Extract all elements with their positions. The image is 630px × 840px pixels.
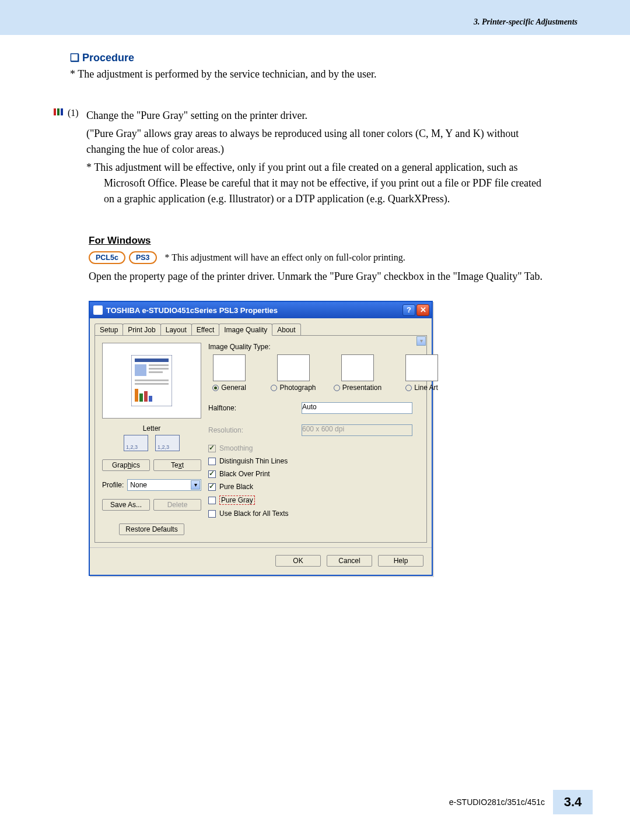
puregray-checkbox-row[interactable]: Pure Gray: [208, 495, 443, 505]
procedure-note: * The adjustment is performed by the ser…: [70, 66, 578, 82]
page-preview: [102, 343, 201, 419]
pureblack-checkbox[interactable]: [208, 483, 216, 491]
step1-line3a: * This adjustment will be effective, onl…: [86, 160, 578, 175]
step1-line3c: on a graphic application (e.g. Illustrat…: [104, 191, 578, 207]
halftone-value: Auto: [302, 403, 317, 411]
svg-rect-6: [149, 364, 169, 366]
puregray-checkbox[interactable]: [208, 497, 216, 504]
iqt-general-thumb: [213, 354, 246, 381]
iqt-general[interactable]: General: [208, 354, 250, 392]
footer-section: 3.4: [553, 790, 593, 814]
page-footer: e-STUDIO281c/351c/451c 3.4: [449, 790, 593, 814]
resolution-label: Resolution:: [208, 426, 302, 434]
step1-line1: Change the "Pure Gray" setting on the pr…: [86, 108, 578, 124]
useblack-checkbox-row[interactable]: Use Black for All Texts: [208, 509, 443, 518]
svg-rect-5: [135, 364, 146, 376]
step-1: (1) Change the "Pure Gray" setting on th…: [70, 108, 578, 207]
distinguish-checkbox-row[interactable]: Distinguish Thin Lines: [208, 457, 443, 465]
tab-setup[interactable]: Setup: [94, 324, 123, 335]
radio-presentation[interactable]: [334, 385, 340, 391]
badge-ps3: PS3: [129, 251, 157, 264]
step-number: (1): [68, 108, 86, 207]
paper-icons: 1,2,3 1,2,3: [102, 435, 201, 451]
for-windows-heading: For Windows: [89, 235, 578, 247]
tab-image-quality[interactable]: Image Quality: [219, 324, 272, 336]
profile-select[interactable]: None ▾: [127, 479, 201, 491]
page-content: Procedure * The adjustment is performed …: [0, 35, 630, 576]
chevron-down-icon: ▾: [191, 480, 200, 490]
graphics-button[interactable]: Graphics: [102, 459, 150, 471]
radio-lineart-label: Line Art: [414, 384, 438, 392]
pureblack-checkbox-row[interactable]: Pure Black: [208, 483, 443, 491]
image-quality-type-row: General Photograph Presentation Line Art: [208, 354, 443, 392]
iqt-lineart[interactable]: Line Art: [401, 354, 443, 392]
badge-note: * This adjustment will have an effect on…: [165, 252, 405, 263]
iqt-photo-thumb: [277, 354, 310, 381]
step1-line3b: Microsoft Office. Please be careful that…: [104, 175, 578, 191]
right-column: Image Quality Type: General Photograph P…: [201, 343, 443, 535]
tab-effect[interactable]: Effect: [191, 324, 219, 335]
svg-rect-14: [149, 396, 152, 402]
paper-tray-icon-2: 1,2,3: [155, 435, 180, 451]
blackover-checkbox[interactable]: [208, 470, 216, 478]
resolution-value: 600 x 600 dpi: [302, 425, 344, 433]
smoothing-checkbox: [208, 445, 216, 452]
text-button[interactable]: Text: [153, 459, 201, 471]
procedure-heading: Procedure: [70, 51, 578, 64]
tab-print-job[interactable]: Print Job: [123, 324, 160, 335]
save-as-button[interactable]: Save As...: [102, 499, 150, 511]
svg-rect-1: [57, 108, 60, 115]
paper-size-label: Letter: [102, 424, 201, 433]
tab-about[interactable]: About: [272, 324, 300, 335]
radio-presentation-label: Presentation: [342, 384, 382, 392]
useblack-checkbox[interactable]: [208, 510, 216, 518]
badge-pcl5c: PCL5c: [89, 251, 125, 264]
blackover-checkbox-row[interactable]: Black Over Print: [208, 470, 443, 478]
help-titlebar-button[interactable]: ?: [402, 304, 415, 316]
resolution-row: Resolution: 600 x 600 dpi▾: [208, 424, 443, 436]
svg-rect-9: [135, 379, 169, 381]
image-quality-type-label: Image Quality Type:: [208, 343, 443, 351]
cancel-button[interactable]: Cancel: [327, 555, 372, 567]
svg-rect-11: [135, 389, 138, 402]
pureblack-label: Pure Black: [219, 483, 253, 491]
iqt-photograph[interactable]: Photograph: [272, 354, 314, 392]
radio-lineart[interactable]: [405, 385, 412, 391]
halftone-row: Halftone: Auto▾: [208, 402, 443, 414]
dialog-titlebar[interactable]: TOSHIBA e-STUDIO451cSeries PSL3 Properti…: [90, 302, 432, 318]
chevron-down-icon: ▾: [416, 336, 426, 346]
open-property-instruction: Open the property page of the printer dr…: [89, 269, 578, 284]
help-button[interactable]: Help: [378, 555, 424, 567]
iqt-lineart-thumb: [405, 354, 438, 381]
svg-rect-0: [54, 108, 56, 115]
footer-model: e-STUDIO281c/351c/451c: [449, 797, 545, 807]
printer-properties-dialog: TOSHIBA e-STUDIO451cSeries PSL3 Properti…: [89, 301, 433, 576]
left-column: Letter 1,2,3 1,2,3 Graphics Text Profile…: [102, 343, 201, 535]
profile-value: None: [130, 481, 147, 489]
step-marker-icon: [54, 108, 64, 116]
close-icon[interactable]: ✕: [416, 304, 429, 316]
restore-row: Restore Defaults: [102, 523, 201, 535]
distinguish-label: Distinguish Thin Lines: [219, 457, 288, 465]
profile-label: Profile:: [102, 481, 124, 489]
tab-layout[interactable]: Layout: [160, 324, 192, 335]
distinguish-checkbox[interactable]: [208, 458, 216, 465]
blackover-label: Black Over Print: [219, 470, 270, 478]
delete-button: Delete: [153, 499, 201, 511]
printer-icon: [93, 305, 103, 315]
ok-button[interactable]: OK: [275, 555, 321, 567]
svg-rect-7: [149, 368, 169, 370]
halftone-select[interactable]: Auto▾: [302, 402, 412, 414]
radio-general[interactable]: [212, 385, 219, 391]
svg-rect-13: [144, 391, 148, 402]
iqt-presentation[interactable]: Presentation: [337, 354, 379, 392]
profile-row: Profile: None ▾: [102, 479, 201, 491]
dialog-footer: OK Cancel Help: [90, 547, 432, 575]
smoothing-checkbox-row: Smoothing: [208, 444, 443, 452]
header-right-text: 3. Printer-specific Adjustments: [474, 17, 578, 27]
radio-photograph[interactable]: [271, 385, 277, 391]
svg-rect-10: [135, 383, 169, 385]
save-delete-buttons: Save As... Delete: [102, 499, 201, 511]
restore-defaults-button[interactable]: Restore Defaults: [119, 523, 184, 535]
step1-line2b: changing the hue of color areas.): [86, 142, 578, 157]
